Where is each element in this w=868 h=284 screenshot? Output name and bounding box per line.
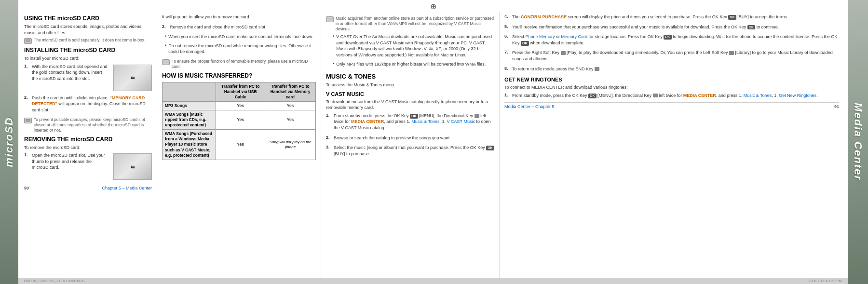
ok-key-2: OK (486, 146, 494, 150)
vcast-music-link: V CAST Music (447, 119, 475, 124)
col1-step1-text: With the microSD card slot opened and th… (32, 64, 108, 82)
col1-section2-intro: To install your microSD card: (24, 55, 152, 62)
col4-step5-num: 5. (504, 24, 510, 32)
col4-step4-text: The CONFIRM PURCHASE screen will display… (512, 14, 788, 20)
col3-vcast-title: V CAST MUSIC (326, 91, 494, 97)
microsd-remove-image: 📷 (113, 153, 152, 180)
col1-footer-chapter: Chapter 5 – Media Center (102, 186, 152, 190)
ok-key-4: OK (747, 25, 756, 30)
col4-footer-pagenum: 91 (834, 104, 839, 109)
crosshair-top: ⊕ (18, 0, 848, 12)
table-cell-wma-label: WMA Songs (Music ripped from CDs, e.g. u… (163, 110, 216, 130)
col1-section2-title: INSTALLING THE microSD CARD (24, 47, 152, 54)
col2-step2: 2. Remove the card and close the microSD… (162, 24, 316, 32)
col3-bullets: • V CAST Over The Air Music dowloads are… (326, 34, 494, 69)
table-row: WMA Songs (Music ripped from CDs, e.g. u… (163, 110, 316, 130)
bottom-bar: 080716_CDM8950_ECHO.indd 90-91 2008.7.16… (18, 278, 848, 284)
col4-step4-num: 4. (504, 14, 510, 22)
col4-ringtones-title: GET NEW RINGTONES (504, 77, 839, 82)
table-cell-mp3-memory: Yes (265, 102, 316, 110)
col3-step2: 2. Browse or search the catalog to previ… (326, 135, 494, 143)
table-cell-wma-usb: Yes (216, 110, 265, 130)
sidebar-right: Media Center (848, 0, 868, 284)
col1-note2: To prevent possible damages, please keep… (24, 117, 152, 133)
transfer-table: Transfer from PC to Handset via USB Cabl… (162, 82, 316, 160)
col4-step8-text: To return to idle mode, press the END Ke… (512, 66, 601, 72)
col1-note1: The microSD card is sold separately. It … (24, 38, 152, 44)
col4-ringtone-step1-num: 1. (504, 93, 510, 101)
col2-step2-num: 2. (162, 24, 168, 32)
col3-bullet1: • V CAST Over The Air Music dowloads are… (330, 34, 494, 60)
col3-step1: 1. From standby mode, press the OK Key O… (326, 113, 494, 133)
col4-footer: Media Center – Chapter 5 91 (504, 102, 839, 109)
table-header-usb: Transfer from PC to Handset via USB Cabl… (216, 82, 265, 102)
col4-step5: 5. You'll receive confirmation that your… (504, 24, 839, 32)
column-2: It will pop-out to allow you to remove t… (157, 12, 321, 278)
col4-step7-num: 7. (504, 50, 510, 64)
col2-step2-label: Remove the card and close the microSD ca… (170, 24, 267, 30)
ok-key-1: OK (410, 114, 418, 119)
col3-music-tones-intro: To access the Music & Tones menu. (326, 82, 494, 88)
ok-key-6: OK (521, 41, 529, 46)
col4-ringtone-step1: 1. From standby mode, press the OK Key O… (504, 93, 839, 101)
note-icon-4 (326, 16, 334, 22)
table-cell-mp3-label: MP3 Songs (163, 102, 216, 110)
table-row: WMA Songs (Purchased from a Windows Medi… (163, 130, 316, 160)
get-new-ringtones-link: Get New Ringtones (779, 93, 816, 98)
table-header-memory: Transfer from PC to Handset via Memory c… (265, 82, 316, 102)
col2-note: To ensure the proper function of removab… (162, 59, 316, 69)
col3-note1: Music acquired from another online store… (326, 16, 494, 32)
col3-step3-num: 3. (326, 145, 332, 159)
col1-step2: 2. Push the card in until it clicks into… (24, 95, 152, 115)
end-key (595, 67, 599, 71)
col2-bullet1: • When you insert the microSD card, make… (162, 34, 316, 42)
col1-step1: 1. With the microSD card slot opened and… (24, 64, 152, 93)
media-center-link-2: MEDIA CENTER (683, 93, 716, 98)
column-1: USING THE microSD CARD The microSD card … (22, 12, 157, 278)
note-icon-3 (162, 59, 170, 65)
col2-note-text: To ensure the proper function of removab… (172, 59, 316, 69)
col4-step5-text: You'll receive confirmation that your pu… (512, 24, 779, 30)
ok-key-3: OK (728, 15, 736, 20)
table-cell-wmaprot-label: WMA Songs (Purchased from a Windows Medi… (163, 130, 216, 160)
table-cell-mp3-usb: Yes (216, 102, 265, 110)
left-soft-key (729, 51, 734, 55)
col4-footer-chapter: Media Center – Chapter 5 (504, 104, 555, 109)
col4-step7: 7. Press the Right Soft Key [Play] to pl… (504, 50, 839, 64)
file-stamp: 080716_CDM8950_ECHO.indd 90-91 (24, 279, 85, 283)
col3-step3: 3. Select the music (song or album) that… (326, 145, 494, 159)
media-center-link-1: MEDIA CENTER (351, 119, 384, 124)
col3-music-tones-section: MUSIC & TONES To access the Music & Tone… (326, 73, 494, 88)
col3-bullet2-text: Only MP3 files with 192kbps or higher bi… (336, 61, 486, 68)
col3-step1-text: From standby mode, press the OK Key OK [… (334, 113, 494, 131)
col2-table-title: HOW IS MUSIC TRANSFERRED? (162, 72, 316, 79)
col1-section3-title: REMOVING THE microSD CARD (24, 136, 152, 143)
ok-key-5: OK (664, 35, 672, 40)
col3-step1-num: 1. (326, 113, 332, 133)
col3-note1-text: Music acquired from another online store… (336, 16, 494, 32)
col3-step2-num: 2. (326, 135, 332, 143)
col1-section3-step1: 1. Open the microSD card slot. Use your … (24, 152, 152, 182)
main-content: ⊕ USING THE microSD CARD The microSD car… (18, 0, 848, 284)
col2-bullet1-text: When you insert the microSD card, make s… (168, 34, 313, 40)
col4-step6-num: 6. (504, 34, 510, 48)
col1-step2-text: Push the card in until it clicks into pl… (32, 95, 152, 113)
sidebar-left-label: microSD (3, 117, 15, 167)
col4-step8: 8. To return to idle mode, press the END… (504, 66, 839, 74)
col1-footer: 90 Chapter 5 – Media Center (24, 184, 152, 190)
col1-step1-num: 1. (24, 64, 30, 93)
note-icon-1 (24, 38, 32, 44)
phone-memory-link: Phone Memory (526, 34, 555, 39)
ok-key-7: OK (588, 94, 597, 98)
col3-vcast-intro: To download music from the V CAST Music … (326, 99, 494, 111)
directional-key-2 (653, 94, 658, 97)
sidebar-left: microSD (0, 0, 18, 284)
table-row: MP3 Songs Yes Yes (163, 102, 316, 110)
col1-step2-num: 2. (24, 95, 30, 115)
col3-music-tones-title: MUSIC & TONES (326, 73, 494, 80)
col2-bullet2-text: Do not remove the microSD card while rea… (168, 43, 316, 55)
col3-bullet1-text: V CAST Over The Air Music dowloads are n… (336, 34, 494, 58)
col1-note2-text: To prevent possible damages, please keep… (34, 117, 152, 133)
sidebar-right-label: Media Center (852, 103, 864, 181)
col3-step3-text: Select the music (song or album) that yo… (334, 145, 494, 157)
